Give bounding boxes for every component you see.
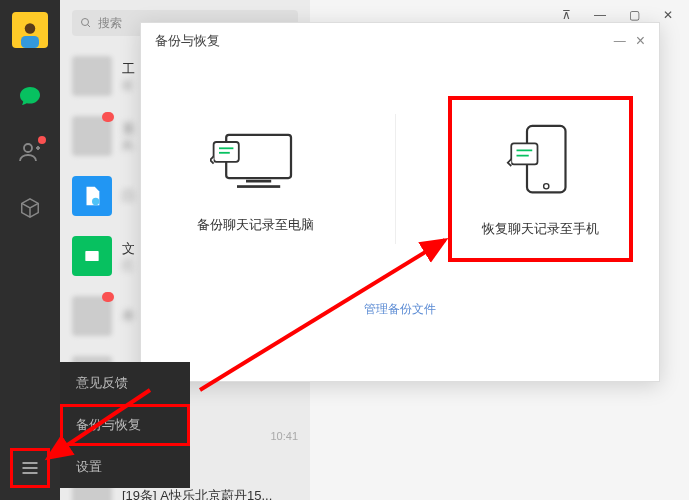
- svg-point-19: [543, 184, 548, 189]
- menu-backup-restore[interactable]: 备份与恢复: [60, 404, 190, 446]
- svg-rect-1: [21, 36, 39, 48]
- svg-line-9: [88, 25, 91, 28]
- svg-rect-14: [237, 185, 280, 188]
- menu-settings[interactable]: 设置: [60, 446, 190, 488]
- svg-point-0: [25, 23, 36, 34]
- svg-rect-13: [246, 180, 271, 183]
- file-icon: [72, 176, 112, 216]
- search-placeholder: 搜索: [98, 15, 122, 32]
- unread-badge: [102, 292, 114, 302]
- modal-title: 备份与恢复: [155, 32, 220, 50]
- divider: [395, 114, 396, 244]
- backup-to-pc-option[interactable]: 备份聊天记录至电脑: [167, 104, 344, 254]
- primary-sidebar: [0, 0, 60, 500]
- svg-point-10: [92, 198, 99, 205]
- modal-minimize-icon[interactable]: —: [614, 34, 626, 48]
- svg-point-2: [24, 144, 32, 152]
- menu-icon[interactable]: [16, 454, 44, 482]
- backup-label: 备份聊天记录至电脑: [197, 216, 314, 234]
- notification-dot: [38, 136, 46, 144]
- svg-rect-15: [214, 142, 239, 162]
- manage-backup-link[interactable]: 管理备份文件: [364, 302, 436, 316]
- restore-label: 恢复聊天记录至手机: [482, 220, 599, 238]
- svg-point-8: [82, 19, 89, 26]
- contacts-icon[interactable]: [16, 138, 44, 166]
- hamburger-highlight: [10, 448, 50, 488]
- backup-restore-modal: 备份与恢复 — × 备份聊天记录至电脑: [140, 22, 660, 382]
- phone-icon: [506, 120, 576, 200]
- avatar[interactable]: [12, 12, 48, 48]
- settings-popup: 意见反馈 备份与恢复 设置: [60, 362, 190, 488]
- monitor-icon: [210, 124, 300, 196]
- svg-rect-20: [511, 143, 537, 164]
- unread-badge: [102, 112, 114, 122]
- box-icon[interactable]: [16, 194, 44, 222]
- chat-icon[interactable]: [16, 82, 44, 110]
- menu-feedback[interactable]: 意见反馈: [60, 362, 190, 404]
- modal-close-icon[interactable]: ×: [636, 32, 645, 50]
- restore-to-phone-option[interactable]: 恢复聊天记录至手机: [448, 96, 633, 262]
- folder-icon: [72, 236, 112, 276]
- svg-rect-11: [85, 251, 98, 261]
